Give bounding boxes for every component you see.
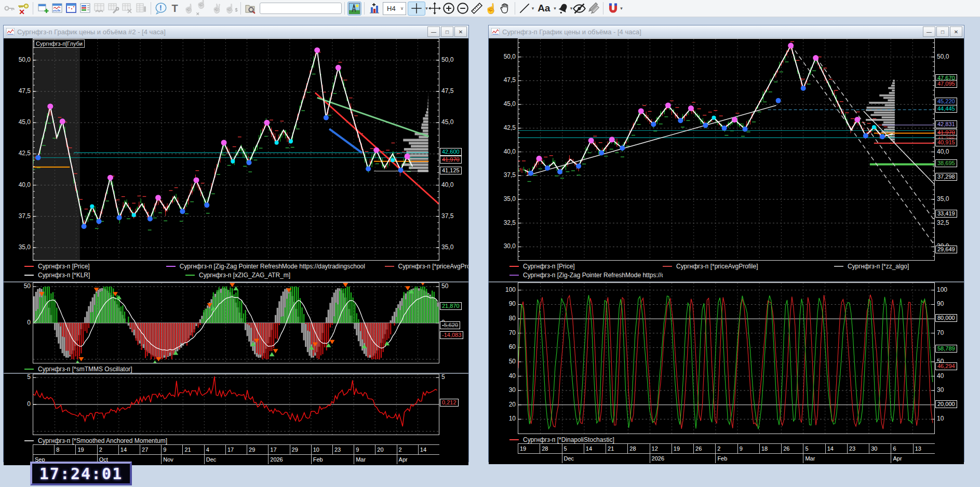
minimize-button[interactable]: —: [923, 26, 935, 37]
titlebar-left[interactable]: Сургнфгз-п График цены и объёма #2 - [4 …: [4, 25, 468, 38]
timeframe-select[interactable]: H4 ∨: [383, 2, 406, 15]
minimize-button[interactable]: —: [427, 26, 440, 37]
symbol-search-icon[interactable]: [244, 2, 258, 16]
text-tool-icon[interactable]: Aa: [534, 2, 554, 16]
price-plot-area[interactable]: [518, 38, 935, 261]
trading-terminal-desktop: ✕ ✕ ! T ☝ ☝✕ ✌: [0, 0, 980, 487]
price-axis-right[interactable]: 35,037,540,045,047,550,042,60041,97041,1…: [439, 38, 468, 261]
toolbar-separator: [33, 2, 33, 15]
line-tool-icon[interactable]: [518, 2, 532, 16]
date-axis[interactable]: 192851421281219262918265142330613Dec2026…: [489, 443, 964, 464]
date-cell: 19: [672, 444, 693, 453]
legend-dash-icon: [385, 266, 394, 267]
stochastic-axis-right[interactable]: 10090705040301080,00058,78946,29420,000: [935, 282, 964, 434]
price-mark: -5,620: [440, 321, 460, 329]
close-button[interactable]: ✕: [454, 26, 467, 37]
instrument-picture-icon[interactable]: [347, 2, 361, 16]
settings-table-icon[interactable]: [106, 2, 120, 16]
y-axis-label: 37,5: [441, 212, 453, 220]
hide-drawings-tool-icon[interactable]: [572, 2, 586, 16]
momentum-axis-right[interactable]: 50,212: [439, 374, 468, 435]
zoom-out-tool-icon[interactable]: [456, 2, 470, 16]
drawings-style-tool-icon[interactable]: [586, 2, 600, 16]
y-axis-label: 35,0: [504, 195, 516, 202]
delete-table-icon[interactable]: ✕: [120, 2, 134, 16]
legend-label: Сургнфгз-п [Price]: [523, 263, 575, 270]
hand-bid-icon[interactable]: ☝: [182, 2, 196, 16]
hand-cancel-icon[interactable]: ☝✕: [196, 2, 210, 16]
date-cell: 28: [627, 444, 649, 453]
volume-chart-icon[interactable]: [367, 2, 381, 16]
legend-label: Сургнфгз-п [*Smoothed Anchored Momentum]: [38, 437, 167, 444]
date-cell: 14: [418, 445, 439, 454]
chart-window-icon[interactable]: [50, 2, 64, 16]
price-axis-right[interactable]: 30,032,535,040,050,047,67047,09545,22044…: [935, 38, 964, 261]
y-axis-label: 90: [509, 300, 516, 307]
legend-label: Сургнфгз-п [*zz_algo]: [848, 263, 909, 270]
magnet-dropdown-caret[interactable]: ▾: [620, 6, 623, 11]
zoom-in-tool-icon[interactable]: [442, 2, 456, 16]
price-plot-area[interactable]: Сургнфгз-п[Глуби: [33, 38, 439, 261]
date-cell: 4: [204, 445, 225, 454]
list-view-icon[interactable]: [78, 2, 92, 16]
window-chart-icon: [6, 28, 15, 35]
close-button[interactable]: ✕: [950, 26, 962, 37]
y-axis-label: 60: [509, 343, 516, 350]
toolbar-separator: [603, 2, 603, 15]
alerts-icon[interactable]: !: [154, 2, 168, 16]
date-cell: 9: [737, 444, 759, 453]
symbol-search-input[interactable]: [260, 3, 342, 14]
digital-clock-widget[interactable]: 17:24:01: [30, 462, 132, 485]
data-table-icon[interactable]: [134, 2, 148, 16]
y-axis-label: 40: [937, 372, 944, 380]
disconnect-key-icon[interactable]: ✕: [16, 2, 30, 16]
hand-offer-icon[interactable]: ✌: [210, 2, 224, 16]
ruler-tool-icon[interactable]: [470, 2, 484, 16]
connect-key-icon[interactable]: [2, 2, 16, 16]
stochastic-legend: Сургнфгз-п [*DinapoliStochastic]: [489, 434, 964, 443]
date-cell: 2: [715, 444, 737, 453]
momentum-legend: Сургнфгз-п [*Smoothed Anchored Momentum]: [4, 435, 468, 444]
oscillator-axis-left: 500: [4, 282, 33, 363]
scatter-window-icon[interactable]: [64, 2, 78, 16]
oscillator-plot-area[interactable]: [33, 282, 439, 363]
pan-tool-icon[interactable]: [498, 2, 512, 16]
price-axis-left: 30,032,535,037,540,042,545,047,550,0: [489, 38, 518, 261]
legend-item: Сургнфгз-п [*smTMMS Oscillator]: [24, 366, 185, 373]
price-mark: 45,220: [935, 98, 957, 105]
oscillator-legend: Сургнфгз-п [*smTMMS Oscillator]: [4, 363, 468, 373]
stochastic-plot-area[interactable]: [518, 282, 935, 434]
momentum-plot-area[interactable]: [33, 374, 439, 435]
crosshair-tool-button[interactable]: [408, 2, 425, 16]
pointer-tool-icon[interactable]: ☝: [484, 2, 498, 16]
price-mark: 80,000: [935, 314, 957, 322]
stochastic-panel: 100908070605040302010 10090705040301080,…: [489, 282, 964, 434]
legend-label: Сургнфгз-п [*priceAvgProfile]: [398, 263, 468, 270]
legend-dash-icon: [24, 440, 34, 441]
deals-table-icon[interactable]: [92, 2, 106, 16]
move-tool-icon[interactable]: [428, 2, 442, 16]
price-mark: 41,970: [440, 156, 462, 164]
date-cell: 9: [161, 445, 182, 454]
y-axis-label: 32,5: [504, 219, 516, 226]
svg-text:✕: ✕: [19, 8, 25, 15]
legend-item: Сургнфгз-п [*DinapoliStochastic]: [509, 436, 670, 443]
oscillator-axis-right[interactable]: 50021,870-5,620-14,083: [439, 282, 468, 363]
y-axis-label: 5: [441, 373, 445, 381]
date-cell: 23: [847, 444, 869, 453]
date-cell: 20: [375, 445, 396, 454]
new-window-icon[interactable]: [36, 2, 50, 16]
y-axis-label: 50: [509, 358, 516, 365]
svg-text:✕: ✕: [127, 7, 132, 15]
text-label-icon[interactable]: T: [168, 2, 182, 16]
titlebar-right[interactable]: Сургнфгз-п График цены и объёма - [4 час…: [489, 25, 964, 38]
hand-deal-icon[interactable]: ☝$: [224, 2, 238, 16]
y-axis-label: 50: [24, 282, 31, 290]
maximize-button[interactable]: □: [441, 26, 453, 37]
timeframe-value: H4: [387, 5, 396, 12]
magnet-tool-icon[interactable]: [606, 2, 620, 16]
legend-item: Сургнфгз-п [*priceAvgProfile]: [385, 263, 468, 270]
maximize-button[interactable]: □: [936, 26, 949, 37]
date-cell: 26: [781, 444, 803, 453]
alert-tool-icon[interactable]: [556, 2, 570, 16]
